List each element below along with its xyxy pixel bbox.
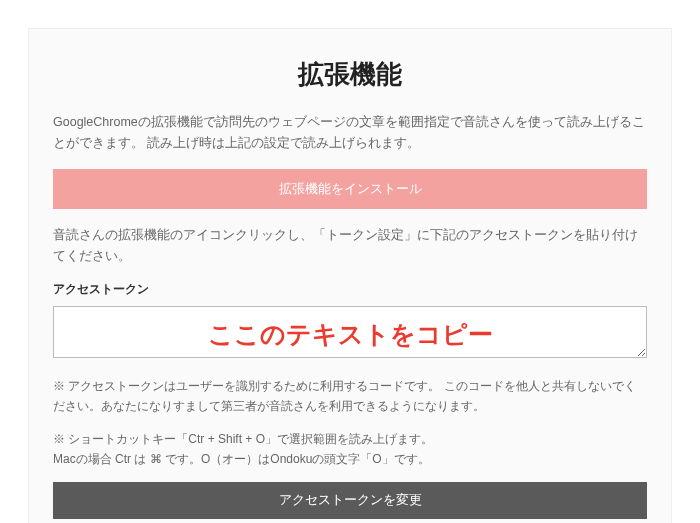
- shortcut-note: ※ ショートカットキー「Ctr + Shift + O」で選択範囲を読み上げます…: [53, 429, 647, 470]
- change-token-button[interactable]: アクセストークンを変更: [53, 482, 647, 519]
- install-extension-button[interactable]: 拡張機能をインストール: [53, 169, 647, 209]
- extension-description: GoogleChromeの拡張機能で訪問先のウェブページの文章を範囲指定で音読さ…: [53, 112, 647, 155]
- access-token-container: ここのテキストをコピー: [53, 306, 647, 362]
- access-token-label: アクセストークン: [53, 281, 647, 298]
- page-title: 拡張機能: [53, 57, 647, 92]
- token-warning-note: ※ アクセストークンはユーザーを識別するために利用するコードです。 このコードを…: [53, 376, 647, 417]
- token-instruction: 音読さんの拡張機能のアイコンクリックし、「トークン設定」に下記のアクセストークン…: [53, 225, 647, 268]
- access-token-input[interactable]: [53, 306, 647, 358]
- extension-settings-card: 拡張機能 GoogleChromeの拡張機能で訪問先のウェブページの文章を範囲指…: [28, 28, 672, 523]
